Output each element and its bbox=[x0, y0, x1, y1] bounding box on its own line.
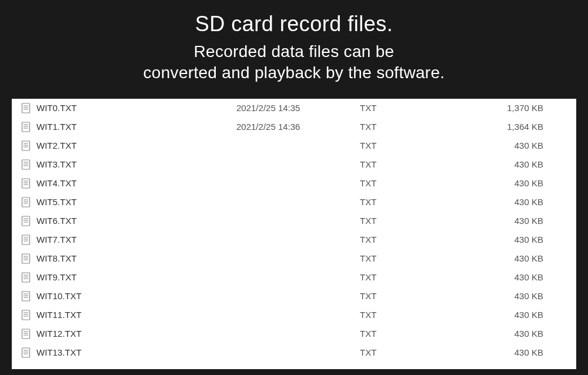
file-name: WIT5.TXT bbox=[36, 197, 236, 207]
file-icon bbox=[21, 216, 31, 226]
file-date: 2021/2/25 14:35 bbox=[236, 103, 360, 113]
file-icon bbox=[21, 159, 31, 170]
file-size: 430 KB bbox=[442, 216, 567, 226]
file-row[interactable]: WIT1.TXT2021/2/25 14:36TXT1,364 KB bbox=[12, 118, 576, 136]
file-icon bbox=[21, 329, 31, 339]
file-row[interactable]: WIT2.TXTTXT430 KB bbox=[12, 136, 576, 155]
file-icon bbox=[21, 122, 31, 132]
file-type: TXT bbox=[360, 216, 442, 226]
svg-rect-40 bbox=[22, 292, 30, 301]
file-icon bbox=[21, 291, 31, 302]
file-icon bbox=[21, 272, 31, 283]
svg-rect-36 bbox=[22, 273, 30, 282]
file-list: WIT0.TXT2021/2/25 14:35TXT1,370 KB WIT1.… bbox=[12, 99, 576, 362]
file-icon bbox=[21, 197, 31, 207]
file-type: TXT bbox=[360, 235, 442, 245]
file-type: TXT bbox=[360, 347, 442, 357]
file-size: 1,370 KB bbox=[442, 103, 567, 113]
svg-rect-12 bbox=[22, 160, 30, 169]
svg-rect-52 bbox=[22, 348, 30, 357]
file-icon bbox=[21, 253, 31, 264]
svg-rect-0 bbox=[22, 103, 30, 113]
file-row[interactable]: WIT6.TXTTXT430 KB bbox=[12, 212, 576, 230]
file-date: 2021/2/25 14:36 bbox=[236, 122, 360, 132]
file-row[interactable]: WIT4.TXTTXT430 KB bbox=[12, 174, 576, 193]
file-size: 430 KB bbox=[442, 253, 567, 263]
file-row[interactable]: WIT10.TXTTXT430 KB bbox=[12, 287, 576, 306]
file-type: TXT bbox=[360, 122, 442, 132]
file-name: WIT2.TXT bbox=[36, 140, 236, 150]
file-type: TXT bbox=[360, 329, 442, 339]
file-size: 430 KB bbox=[442, 178, 567, 188]
file-icon bbox=[21, 235, 31, 245]
file-list-panel: WIT0.TXT2021/2/25 14:35TXT1,370 KB WIT1.… bbox=[12, 99, 576, 369]
file-icon bbox=[21, 347, 31, 358]
page-subtitle: Recorded data files can be converted and… bbox=[24, 41, 564, 84]
file-type: TXT bbox=[360, 159, 442, 169]
file-icon bbox=[21, 178, 31, 189]
svg-rect-48 bbox=[22, 329, 30, 339]
file-row[interactable]: WIT11.TXTTXT430 KB bbox=[12, 306, 576, 324]
file-name: WIT9.TXT bbox=[36, 272, 236, 282]
file-size: 430 KB bbox=[442, 291, 567, 301]
file-size: 430 KB bbox=[442, 159, 567, 169]
file-type: TXT bbox=[360, 310, 442, 320]
file-name: WIT13.TXT bbox=[36, 347, 236, 357]
subtitle-line-1: Recorded data files can be bbox=[194, 42, 395, 61]
file-type: TXT bbox=[360, 140, 442, 150]
file-type: TXT bbox=[360, 178, 442, 188]
svg-rect-32 bbox=[22, 254, 30, 263]
page-title: SD card record files. bbox=[24, 12, 564, 36]
file-type: TXT bbox=[360, 291, 442, 301]
file-name: WIT8.TXT bbox=[36, 253, 236, 263]
file-size: 430 KB bbox=[442, 310, 567, 320]
file-size: 430 KB bbox=[442, 347, 567, 357]
svg-rect-4 bbox=[22, 122, 30, 132]
file-row[interactable]: WIT0.TXT2021/2/25 14:35TXT1,370 KB bbox=[12, 99, 576, 118]
file-size: 1,364 KB bbox=[442, 122, 567, 132]
file-size: 430 KB bbox=[442, 272, 567, 282]
file-name: WIT0.TXT bbox=[36, 103, 236, 113]
file-row[interactable]: WIT7.TXTTXT430 KB bbox=[12, 230, 576, 249]
file-name: WIT4.TXT bbox=[36, 178, 236, 188]
file-name: WIT7.TXT bbox=[36, 235, 236, 245]
file-type: TXT bbox=[360, 253, 442, 263]
file-icon bbox=[21, 310, 31, 320]
file-row[interactable]: WIT8.TXTTXT430 KB bbox=[12, 249, 576, 268]
svg-rect-44 bbox=[22, 310, 30, 320]
file-name: WIT3.TXT bbox=[36, 159, 236, 169]
file-row[interactable]: WIT13.TXTTXT430 KB bbox=[12, 343, 576, 362]
file-size: 430 KB bbox=[442, 235, 567, 245]
file-row[interactable]: WIT9.TXTTXT430 KB bbox=[12, 268, 576, 287]
svg-rect-24 bbox=[22, 216, 30, 226]
file-type: TXT bbox=[360, 197, 442, 207]
file-row[interactable]: WIT3.TXTTXT430 KB bbox=[12, 155, 576, 174]
file-type: TXT bbox=[360, 103, 442, 113]
file-size: 430 KB bbox=[442, 329, 567, 339]
file-icon bbox=[21, 140, 31, 151]
file-name: WIT10.TXT bbox=[36, 291, 236, 301]
svg-rect-28 bbox=[22, 235, 30, 245]
file-row[interactable]: WIT5.TXTTXT430 KB bbox=[12, 193, 576, 212]
file-name: WIT11.TXT bbox=[36, 310, 236, 320]
file-type: TXT bbox=[360, 272, 442, 282]
svg-rect-20 bbox=[22, 197, 30, 207]
file-name: WIT12.TXT bbox=[36, 329, 236, 339]
file-size: 430 KB bbox=[442, 197, 567, 207]
file-row[interactable]: WIT12.TXTTXT430 KB bbox=[12, 324, 576, 343]
subtitle-line-2: converted and playback by the software. bbox=[143, 63, 445, 82]
svg-rect-8 bbox=[22, 141, 30, 150]
file-size: 430 KB bbox=[442, 140, 567, 150]
file-name: WIT1.TXT bbox=[36, 122, 236, 132]
file-name: WIT6.TXT bbox=[36, 216, 236, 226]
file-icon bbox=[21, 103, 31, 113]
header: SD card record files. Recorded data file… bbox=[0, 0, 588, 99]
svg-rect-16 bbox=[22, 179, 30, 188]
